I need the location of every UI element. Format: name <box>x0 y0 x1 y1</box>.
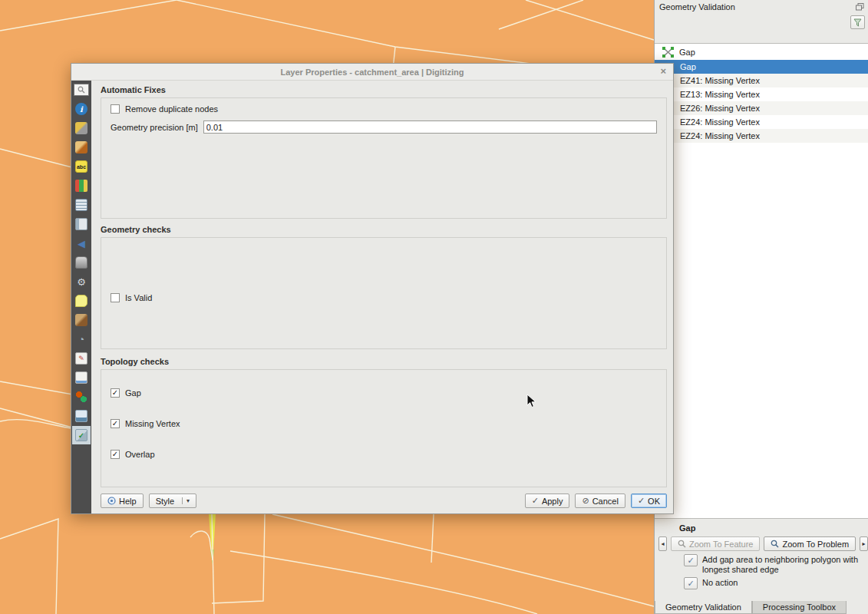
digitizing-page: Automatic Fixes Remove duplicate nodes G… <box>91 81 673 513</box>
apply-label: Apply <box>542 497 563 506</box>
remove-duplicate-nodes-checkbox[interactable]: Remove duplicate nodes <box>111 104 218 114</box>
search-icon <box>78 86 85 94</box>
properties-sidebar: iabc◀⚙◔✎✓ <box>71 81 91 513</box>
dialog-title: Layer Properties - catchment_area | Digi… <box>280 68 464 77</box>
topology-check-label: Missing Vertex <box>125 419 180 428</box>
layer-properties-dialog: Layer Properties - catchment_area | Digi… <box>71 63 674 514</box>
check-icon: ✓ <box>532 496 539 506</box>
ok-button[interactable]: ✓ OK <box>631 494 667 508</box>
temporal-tab-icon[interactable]: ◔ <box>75 333 87 345</box>
validation-result-row[interactable]: EZ41: Missing Vertex <box>655 74 868 87</box>
topology-check-gap[interactable]: ✓Gap <box>111 388 657 398</box>
prev-error-button[interactable]: ◂ <box>658 536 667 551</box>
help-button[interactable]: Help <box>101 494 144 508</box>
legend-tab-icon[interactable] <box>75 410 87 422</box>
display-tab-icon[interactable] <box>75 295 87 307</box>
sidebar-search-box[interactable] <box>74 84 89 96</box>
is-valid-label: Is Valid <box>125 293 152 302</box>
zoom-to-feature-button[interactable]: Zoom To Feature <box>671 536 761 551</box>
checkbox-box <box>111 104 120 114</box>
fix-option-row: ✓Add gap area to neighboring polygon wit… <box>684 554 868 574</box>
checkbox-box: ✓ <box>111 419 120 428</box>
checkbox-box <box>111 293 120 302</box>
digitizing-tab-icon[interactable]: ✓ <box>75 429 87 441</box>
style-label: Style <box>156 497 174 506</box>
geometry-precision-input[interactable] <box>203 120 657 134</box>
geometry-checks-box: Is Valid <box>101 237 667 349</box>
source-tab-icon[interactable] <box>75 122 87 134</box>
checkbox-box: ✓ <box>111 388 120 398</box>
zoom-to-feature-label: Zoom To Feature <box>689 540 754 549</box>
validation-result-list[interactable]: Gap GapEZ41: Missing VertexEZ13: Missing… <box>655 43 868 519</box>
next-error-button[interactable]: ▸ <box>860 536 868 551</box>
automatic-fixes-header: Automatic Fixes <box>101 85 667 96</box>
fix-option-row: ✓No action <box>684 577 868 589</box>
geometry-precision-label: Geometry precision [m] <box>111 123 198 132</box>
labels-tab-icon[interactable]: abc <box>75 160 87 173</box>
variables-tab-icon[interactable]: ✎ <box>75 352 87 365</box>
checkbox-box: ✓ <box>111 450 120 459</box>
panel-title: Geometry Validation <box>659 2 735 12</box>
help-label: Help <box>119 497 137 506</box>
topology-check-missing-vertex[interactable]: ✓Missing Vertex <box>111 419 657 428</box>
chevron-down-icon[interactable]: ▾ <box>182 497 190 504</box>
ok-label: OK <box>648 497 660 506</box>
cancel-button[interactable]: ⊘ Cancel <box>575 494 625 508</box>
validation-group-row[interactable]: Gap <box>655 44 868 60</box>
tab-processing-toolbox[interactable]: Processing Toolbox <box>752 601 847 614</box>
dependencies-tab-icon[interactable] <box>75 391 87 403</box>
tab-geometry-validation[interactable]: Geometry Validation <box>655 601 752 614</box>
filter-funnel-icon <box>853 18 862 27</box>
topology-checks-header: Topology checks <box>101 357 667 368</box>
automatic-fixes-box: Remove duplicate nodes Geometry precisio… <box>101 97 667 219</box>
validation-result-row[interactable]: EZ24: Missing Vertex <box>655 115 868 129</box>
apply-fix-button[interactable]: ✓ <box>684 554 698 566</box>
cancel-label: Cancel <box>592 497 619 506</box>
filter-results-button[interactable] <box>850 15 865 29</box>
detail-title: Gap <box>679 523 868 533</box>
geometry-validation-panel: Geometry Validation Gap GapEZ41: Missing… <box>654 0 868 614</box>
fix-option-label: No action <box>702 577 738 588</box>
symbology-tab-icon[interactable] <box>75 141 87 154</box>
zoom-to-problem-label: Zoom To Problem <box>782 540 849 549</box>
auxiliary-storage-tab-icon[interactable] <box>75 256 87 269</box>
validation-group-label: Gap <box>679 48 695 57</box>
sidebar-selected-tab[interactable]: ✓ <box>72 426 91 444</box>
fields-tab-icon[interactable] <box>75 199 87 211</box>
geometry-checks-header: Geometry checks <box>101 225 667 236</box>
dialog-footer: Help Style ▾ ✓ Apply ⊘ Cancel ✓ OK <box>101 494 667 513</box>
validation-result-row[interactable]: Gap <box>655 60 868 74</box>
attributes-form-tab-icon[interactable] <box>75 218 87 230</box>
check-icon: ✓ <box>638 496 645 506</box>
rendering-tab-icon[interactable] <box>75 314 87 326</box>
validation-result-row[interactable]: EZ24: Missing Vertex <box>655 129 868 143</box>
cancel-icon: ⊘ <box>582 496 589 506</box>
apply-button[interactable]: ✓ Apply <box>525 494 570 508</box>
dialog-title-bar[interactable]: Layer Properties - catchment_area | Digi… <box>71 64 673 81</box>
fix-options: ✓Add gap area to neighboring polygon wit… <box>655 554 868 589</box>
validation-detail-section: Gap ◂ Zoom To Feature Zoom To Problem ▸ … <box>655 519 868 602</box>
apply-fix-button[interactable]: ✓ <box>684 577 698 589</box>
topology-check-label: Gap <box>125 388 141 398</box>
joins-tab-icon[interactable]: ◀ <box>75 237 87 249</box>
remove-duplicate-nodes-label: Remove duplicate nodes <box>125 104 218 114</box>
validation-result-rows: GapEZ41: Missing VertexEZ13: Missing Ver… <box>655 60 868 143</box>
information-tab-icon[interactable]: i <box>75 103 87 115</box>
validation-result-row[interactable]: EZ26: Missing Vertex <box>655 101 868 115</box>
magnifier-icon <box>771 540 779 548</box>
dock-tab-bar: Geometry Validation Processing Toolbox <box>655 601 868 614</box>
magnifier-icon <box>678 540 686 548</box>
metadata-tab-icon[interactable] <box>75 371 87 384</box>
topology-check-overlap[interactable]: ✓Overlap <box>111 450 657 459</box>
help-icon <box>107 497 116 505</box>
is-valid-checkbox[interactable]: Is Valid <box>111 293 152 302</box>
gap-check-icon <box>662 47 674 58</box>
style-button[interactable]: Style ▾ <box>149 494 196 508</box>
validation-result-row[interactable]: EZ13: Missing Vertex <box>655 87 868 101</box>
fix-option-label: Add gap area to neighboring polygon with… <box>702 554 860 574</box>
close-icon[interactable]: × <box>660 66 666 76</box>
float-panel-icon[interactable] <box>856 3 864 11</box>
diagrams-tab-icon[interactable] <box>75 180 87 192</box>
actions-tab-icon[interactable]: ⚙ <box>75 276 87 288</box>
zoom-to-problem-button[interactable]: Zoom To Problem <box>764 536 856 551</box>
